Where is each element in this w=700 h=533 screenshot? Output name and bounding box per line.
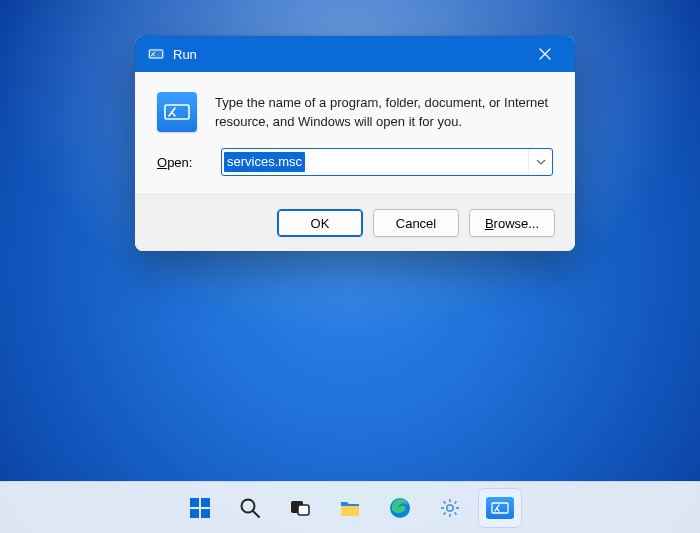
edge-button[interactable]: [378, 488, 422, 528]
svg-point-11: [447, 504, 453, 510]
start-button[interactable]: [178, 488, 222, 528]
svg-rect-12: [492, 503, 508, 513]
svg-rect-3: [190, 498, 199, 507]
taskbar: [0, 481, 700, 533]
search-button[interactable]: [228, 488, 272, 528]
desktop: Run Type the name of a program, folder, …: [0, 0, 700, 533]
cancel-button[interactable]: Cancel: [373, 209, 459, 237]
close-button[interactable]: [523, 36, 567, 72]
window-title: Run: [173, 47, 197, 62]
run-mini-icon: [486, 497, 514, 519]
button-row: OK Cancel Browse...: [135, 194, 575, 251]
run-taskbar-button[interactable]: [478, 488, 522, 528]
svg-rect-9: [298, 505, 309, 515]
settings-button[interactable]: [428, 488, 472, 528]
browse-button[interactable]: Browse...: [469, 209, 555, 237]
run-icon: [147, 45, 165, 63]
svg-rect-6: [201, 509, 210, 518]
chevron-down-icon[interactable]: [528, 149, 552, 175]
task-view-button[interactable]: [278, 488, 322, 528]
file-explorer-button[interactable]: [328, 488, 372, 528]
run-dialog: Run Type the name of a program, folder, …: [135, 36, 575, 251]
open-label: Open:: [157, 155, 207, 170]
open-combobox[interactable]: services.msc: [221, 148, 553, 176]
svg-rect-5: [190, 509, 199, 518]
svg-rect-4: [201, 498, 210, 507]
run-large-icon: [157, 92, 197, 132]
open-input-value: services.msc: [224, 152, 305, 172]
description-text: Type the name of a program, folder, docu…: [215, 92, 553, 132]
ok-button[interactable]: OK: [277, 209, 363, 237]
svg-rect-2: [165, 105, 189, 119]
titlebar[interactable]: Run: [135, 36, 575, 72]
